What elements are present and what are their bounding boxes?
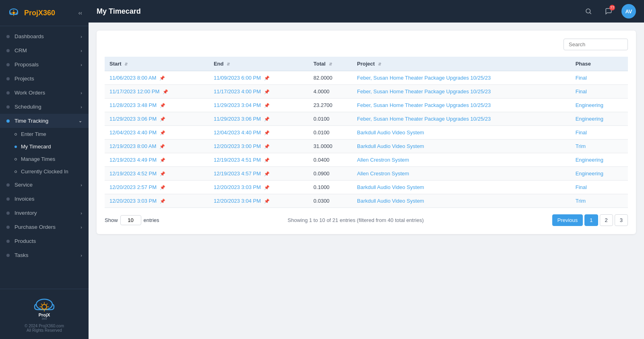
pin-end-6: 📌	[264, 158, 270, 163]
phase-link-5[interactable]: Trim	[576, 143, 586, 149]
start-link-1[interactable]: 11/17/2023 12:00 PM	[109, 88, 159, 95]
start-link-2[interactable]: 11/28/2023 3:48 PM	[109, 102, 157, 108]
sidebar-label-projects: Projects	[14, 76, 34, 82]
project-link-1[interactable]: Feber, Susan Home Theater Package Upgrad…	[357, 88, 491, 95]
sidebar-item-service[interactable]: Service ›	[0, 178, 89, 192]
end-link-1[interactable]: 11/17/2023 4:00 PM	[214, 88, 261, 95]
project-link-6[interactable]: Allen Crestron System	[357, 157, 409, 163]
cell-end-9: 12/20/2023 3:04 PM 📌	[209, 194, 309, 208]
table-search-input[interactable]	[564, 39, 628, 50]
sidebar-item-purchase-orders[interactable]: Purchase Orders ›	[0, 220, 89, 234]
pin-start-9: 📌	[160, 199, 165, 204]
sidebar-item-dashboards[interactable]: Dashboards ›	[0, 29, 89, 43]
pin-start-1: 📌	[163, 89, 168, 95]
sidebar-item-products[interactable]: Products	[0, 234, 89, 248]
page-button-2[interactable]: 2	[600, 214, 613, 226]
bullet-currently-clocked-in	[14, 171, 17, 173]
col-header-total[interactable]: Total ⇵	[309, 57, 352, 71]
cell-project-8: Barkdull Audio Video System	[352, 181, 571, 194]
sidebar-item-tasks[interactable]: Tasks ›	[0, 248, 89, 262]
start-link-6[interactable]: 12/19/2023 4:49 PM	[109, 157, 157, 163]
sidebar-item-time-tracking[interactable]: Time Tracking ⌄	[0, 114, 89, 128]
nav-dot-inventory	[6, 212, 10, 215]
project-link-7[interactable]: Allen Crestron System	[357, 171, 409, 177]
col-header-end[interactable]: End ⇵	[209, 57, 309, 71]
phase-link-0[interactable]: Final	[576, 75, 587, 81]
end-link-7[interactable]: 12/19/2023 4:57 PM	[214, 171, 261, 177]
project-link-2[interactable]: Feber, Susan Home Theater Package Upgrad…	[357, 102, 491, 108]
nav-dot-time-tracking	[6, 119, 10, 123]
phase-link-7[interactable]: Engineering	[576, 171, 603, 177]
sidebar-sublabel-my-timecard: My Timecard	[21, 144, 51, 150]
page-button-1[interactable]: 1	[584, 214, 598, 226]
col-header-start[interactable]: Start ⇵	[105, 57, 209, 71]
search-button[interactable]	[581, 4, 596, 18]
cell-phase-9: Trim	[571, 194, 628, 208]
sidebar-item-work-orders[interactable]: Work Orders ›	[0, 86, 89, 100]
project-link-8[interactable]: Barkdull Audio Video System	[357, 184, 424, 190]
chat-button[interactable]: 77	[601, 4, 616, 18]
chevron-icon-work-orders: ›	[80, 90, 82, 95]
cell-total-6: 0.0400	[309, 153, 352, 167]
col-header-phase[interactable]: Phase	[571, 57, 628, 71]
project-link-3[interactable]: Feber, Susan Home Theater Package Upgrad…	[357, 116, 491, 122]
pin-start-2: 📌	[160, 103, 165, 108]
col-header-project[interactable]: Project ⇵	[352, 57, 571, 71]
chat-badge: 77	[609, 5, 615, 10]
phase-link-4[interactable]: Final	[576, 129, 587, 136]
sidebar-item-projects[interactable]: Projects	[0, 72, 89, 86]
chevron-icon-proposals: ›	[80, 62, 82, 67]
sidebar-subitem-enter-time[interactable]: Enter Time	[0, 128, 89, 140]
end-link-9[interactable]: 12/20/2023 3:04 PM	[214, 198, 261, 204]
phase-link-1[interactable]: Final	[576, 88, 587, 95]
sidebar-collapse-button[interactable]: ‹‹	[78, 10, 82, 16]
sidebar-label-proposals: Proposals	[14, 62, 39, 68]
end-link-6[interactable]: 12/19/2023 4:51 PM	[214, 157, 261, 163]
cell-start-2: 11/28/2023 3:48 PM 📌	[105, 99, 209, 112]
sidebar-item-proposals[interactable]: Proposals ›	[0, 58, 89, 72]
chevron-icon-service: ›	[80, 183, 82, 187]
phase-link-9[interactable]: Trim	[576, 198, 586, 204]
page-button-3[interactable]: 3	[615, 214, 628, 226]
sidebar-item-inventory[interactable]: Inventory ›	[0, 206, 89, 220]
end-link-0[interactable]: 11/09/2023 6:00 PM	[214, 75, 261, 81]
entries-per-page-input[interactable]	[120, 215, 141, 225]
project-link-0[interactable]: Feber, Susan Home Theater Package Upgrad…	[357, 75, 491, 81]
cell-start-8: 12/20/2023 2:57 PM 📌	[105, 181, 209, 194]
end-link-4[interactable]: 12/04/2023 4:40 PM	[214, 129, 261, 136]
phase-link-3[interactable]: Engineering	[576, 116, 603, 122]
cell-end-3: 11/29/2023 3:06 PM 📌	[209, 112, 309, 126]
avatar-button[interactable]: AV	[621, 4, 636, 18]
start-link-9[interactable]: 12/20/2023 3:03 PM	[109, 198, 157, 204]
previous-button[interactable]: Previous	[552, 214, 583, 226]
sidebar-item-crm[interactable]: CRM ›	[0, 43, 89, 58]
sidebar-item-invoices[interactable]: Invoices	[0, 192, 89, 206]
phase-link-6[interactable]: Engineering	[576, 157, 603, 163]
sidebar-subitem-manage-times[interactable]: Manage Times	[0, 153, 89, 165]
bullet-manage-times	[14, 158, 17, 160]
phase-link-8[interactable]: Final	[576, 184, 587, 190]
project-link-4[interactable]: Barkdull Audio Video System	[357, 129, 424, 136]
search-bar-container	[105, 39, 628, 50]
end-link-3[interactable]: 11/29/2023 3:06 PM	[214, 116, 261, 122]
end-link-2[interactable]: 11/29/2023 3:04 PM	[214, 102, 261, 108]
end-link-5[interactable]: 12/20/2023 3:00 PM	[214, 143, 261, 149]
sidebar-item-scheduling[interactable]: Scheduling ›	[0, 100, 89, 114]
start-link-5[interactable]: 12/19/2023 8:00 AM	[109, 143, 156, 149]
sidebar-subitem-my-timecard[interactable]: My Timecard	[0, 140, 89, 153]
phase-link-2[interactable]: Engineering	[576, 102, 603, 108]
start-link-3[interactable]: 11/29/2023 3:06 PM	[109, 116, 157, 122]
start-link-7[interactable]: 12/19/2023 4:52 PM	[109, 171, 157, 177]
sidebar-subitem-currently-clocked-in[interactable]: Currently Clocked In	[0, 165, 89, 178]
end-link-8[interactable]: 12/20/2023 3:03 PM	[214, 184, 261, 190]
nav-dot-scheduling	[6, 105, 10, 109]
start-link-8[interactable]: 12/20/2023 2:57 PM	[109, 184, 157, 190]
project-link-5[interactable]: Barkdull Audio Video System	[357, 143, 424, 149]
start-link-4[interactable]: 12/04/2023 4:40 PM	[109, 129, 157, 136]
start-link-0[interactable]: 11/06/2023 8:00 AM	[109, 75, 156, 81]
cell-start-6: 12/19/2023 4:49 PM 📌	[105, 153, 209, 167]
cell-total-4: 0.0100	[309, 126, 352, 140]
project-link-9[interactable]: Barkdull Audio Video System	[357, 198, 424, 204]
sidebar-label-scheduling: Scheduling	[14, 104, 41, 110]
sidebar-sublabel-enter-time: Enter Time	[21, 131, 46, 137]
